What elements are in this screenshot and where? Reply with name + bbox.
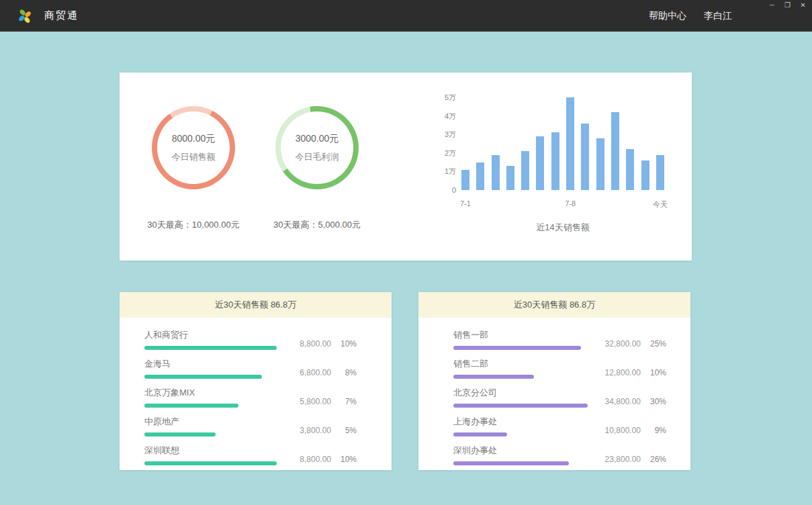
customer-name: 中原地产 bbox=[144, 416, 277, 428]
bar-day-10 bbox=[596, 138, 604, 190]
today-sales-donut-ring: 8000.00元 今日销售额 bbox=[152, 106, 235, 189]
department-name: 上海办事处 bbox=[453, 416, 588, 428]
department-percent: 30% bbox=[647, 397, 666, 406]
titlebar: 商贸通 帮助中心 李白江 ─ ❐ ✕ bbox=[0, 0, 812, 32]
today-profit-value: 3000.00元 bbox=[296, 133, 339, 145]
close-icon[interactable]: ✕ bbox=[799, 1, 807, 9]
bar-day-3 bbox=[492, 155, 500, 190]
department-name: 销售二部 bbox=[453, 358, 588, 370]
bar-chart: 5万4万3万2万1万0 7-17-8今天 bbox=[461, 97, 664, 190]
today-profit-label: 今日毛利润 bbox=[296, 151, 339, 163]
list-item: 深圳联想 8,800.00 10% bbox=[144, 445, 357, 465]
bar-day-13 bbox=[641, 160, 649, 190]
list-item: 金海马 6,800.00 8% bbox=[144, 358, 357, 379]
customer-percent: 8% bbox=[338, 368, 357, 377]
customer-name: 人和商贸行 bbox=[144, 329, 277, 341]
customer-amount: 3,800.00 bbox=[300, 426, 331, 435]
y-tick-label: 4万 bbox=[445, 111, 456, 121]
department-percent: 26% bbox=[647, 455, 666, 464]
today-profit-donut-center: 3000.00元 今日毛利润 bbox=[281, 111, 353, 184]
bar-chart-y-axis: 5万4万3万2万1万0 bbox=[428, 97, 456, 190]
today-sales-label: 今日销售额 bbox=[172, 151, 216, 163]
customer-bar bbox=[144, 375, 262, 379]
list-item: 北京万象MIX 5,800.00 7% bbox=[144, 387, 357, 408]
customer-sales-card-title: 近30天销售额 86.8万 bbox=[120, 292, 392, 318]
customer-sales-list: 人和商贸行 8,800.00 10% 金海马 6,800.00 8% 北京万象M… bbox=[120, 318, 392, 465]
customer-percent: 5% bbox=[338, 426, 357, 435]
bar-day-9 bbox=[581, 124, 589, 190]
customer-amount: 5,800.00 bbox=[300, 397, 331, 406]
bar-day-14 bbox=[656, 155, 664, 190]
department-name: 北京分公司 bbox=[453, 387, 588, 399]
bar-day-5 bbox=[521, 151, 529, 190]
y-tick-label: 5万 bbox=[445, 93, 456, 103]
department-percent: 9% bbox=[647, 426, 666, 435]
bar-day-2 bbox=[476, 163, 484, 190]
bar-chart-caption: 近14天销售额 bbox=[461, 222, 664, 234]
summary-card: 8000.00元 今日销售额 30天最高：10,000.00元 3000.00元… bbox=[120, 73, 692, 261]
bar-chart-x-axis: 7-17-8今天 bbox=[461, 199, 664, 209]
department-amount: 23,800.00 bbox=[605, 455, 641, 464]
department-sales-list: 销售一部 32,800.00 25% 销售二部 12,800.00 10% 北京… bbox=[418, 318, 690, 465]
today-profit-donut-ring: 3000.00元 今日毛利润 bbox=[275, 106, 359, 189]
customer-percent: 10% bbox=[338, 339, 357, 349]
customer-bar bbox=[144, 404, 238, 408]
bar-day-8 bbox=[566, 97, 574, 190]
list-item: 深圳办事处 23,800.00 26% bbox=[453, 445, 666, 465]
today-sales-value: 8000.00元 bbox=[172, 133, 216, 145]
department-percent: 10% bbox=[647, 368, 666, 377]
department-percent: 25% bbox=[647, 339, 666, 349]
app-logo-icon bbox=[17, 9, 32, 24]
bar-day-11 bbox=[611, 112, 619, 190]
bar-day-1 bbox=[461, 170, 469, 190]
customer-bar bbox=[144, 432, 216, 437]
bar-day-7 bbox=[551, 132, 559, 190]
sales-30d-max-note: 30天最高：10,000.00元 bbox=[147, 219, 239, 231]
bar-day-6 bbox=[536, 136, 544, 190]
bar-chart-plot bbox=[461, 97, 664, 190]
customer-sales-card: 近30天销售额 86.8万 人和商贸行 8,800.00 10% 金海马 6,8… bbox=[120, 292, 392, 470]
list-item: 销售二部 12,800.00 10% bbox=[453, 358, 666, 379]
help-center-link[interactable]: 帮助中心 bbox=[649, 10, 686, 22]
customer-percent: 7% bbox=[338, 397, 357, 406]
customer-bar bbox=[144, 461, 277, 465]
customer-amount: 6,800.00 bbox=[300, 368, 331, 377]
department-sales-card-title: 近30天销售额 86.8万 bbox=[418, 292, 690, 318]
department-bar bbox=[453, 432, 507, 437]
profit-30d-max-note: 30天最高：5,000.00元 bbox=[273, 219, 361, 231]
y-tick-label: 2万 bbox=[445, 148, 456, 158]
topbar-right: 帮助中心 李白江 bbox=[649, 0, 732, 32]
app-brand: 商贸通 bbox=[17, 0, 79, 32]
app-title: 商贸通 bbox=[44, 9, 79, 22]
department-bar bbox=[453, 461, 569, 465]
list-item: 北京分公司 34,800.00 30% bbox=[453, 387, 666, 408]
customer-name: 深圳联想 bbox=[144, 445, 277, 457]
y-tick-label: 0 bbox=[452, 186, 456, 194]
customer-bar bbox=[144, 346, 277, 350]
department-amount: 32,800.00 bbox=[605, 339, 641, 349]
y-tick-label: 1万 bbox=[445, 167, 456, 177]
maximize-icon[interactable]: ❐ bbox=[783, 1, 792, 9]
x-tick-label: 今天 bbox=[653, 199, 668, 210]
y-tick-label: 3万 bbox=[445, 130, 456, 140]
department-bar bbox=[453, 375, 534, 379]
department-name: 销售一部 bbox=[453, 329, 588, 341]
today-profit-donut-block: 3000.00元 今日毛利润 30天最高：5,000.00元 bbox=[240, 106, 394, 231]
customer-amount: 8,800.00 bbox=[300, 455, 331, 464]
minimize-icon[interactable]: ─ bbox=[768, 1, 776, 9]
bar-day-12 bbox=[626, 149, 634, 190]
x-tick-label: 7-8 bbox=[565, 199, 576, 208]
department-bar bbox=[453, 404, 588, 408]
customer-name: 金海马 bbox=[144, 358, 277, 370]
window-controls: ─ ❐ ✕ bbox=[768, 1, 807, 9]
department-name: 深圳办事处 bbox=[453, 445, 588, 457]
today-sales-donut-center: 8000.00元 今日销售额 bbox=[157, 111, 230, 184]
customer-percent: 10% bbox=[338, 455, 357, 464]
username-menu[interactable]: 李白江 bbox=[704, 10, 732, 22]
list-item: 中原地产 3,800.00 5% bbox=[144, 416, 357, 437]
bar-day-4 bbox=[506, 166, 514, 190]
list-item: 人和商贸行 8,800.00 10% bbox=[144, 329, 357, 350]
customer-amount: 8,800.00 bbox=[300, 339, 331, 349]
list-item: 上海办事处 10,800.00 9% bbox=[453, 416, 666, 437]
app-window: { "window": { "controls": { "minimize": … bbox=[0, 0, 812, 505]
